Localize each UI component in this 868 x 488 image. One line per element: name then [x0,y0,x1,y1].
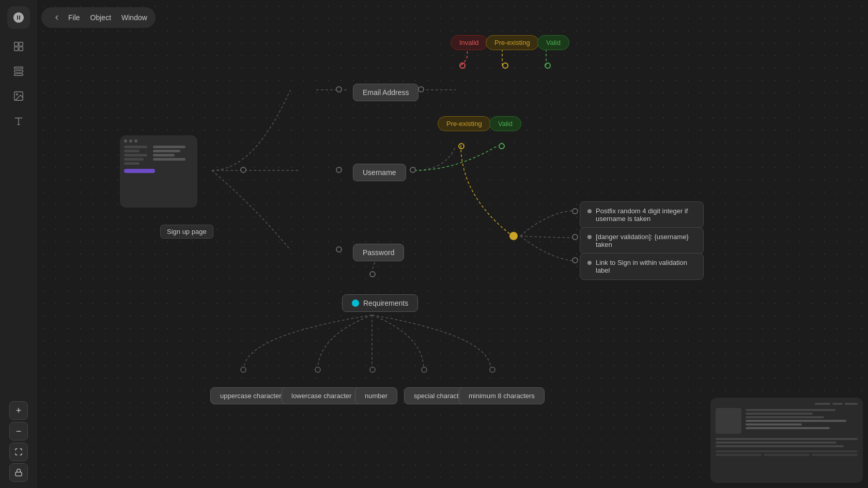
image-tool[interactable] [7,85,30,107]
connector-req-2 [315,367,321,373]
connector-dot-username-out [410,167,416,173]
connector-dot-email-in [336,86,342,92]
connector-dot-username-in [336,167,342,173]
connector-info-2 [572,234,578,240]
svg-rect-4 [14,67,23,69]
sidebar: + − [0,0,37,488]
text-tool[interactable] [7,109,30,132]
preexisting-email-badge[interactable]: Pre-existing [486,35,539,50]
bullet-icon [587,261,592,265]
window-menu[interactable]: Window [121,13,147,22]
lock-button[interactable] [9,463,28,482]
topbar-menu: File Object Window [68,13,147,22]
mockup-line [153,146,185,148]
valid-email-badge[interactable]: Valid [537,35,569,50]
link-signin-info-box[interactable]: Link to Sign in within validation label [580,253,704,280]
zoom-out-button[interactable]: − [9,422,28,440]
connector-info-3 [572,257,578,263]
object-menu[interactable]: Object [90,13,111,22]
requirements-node[interactable]: Requirements [342,294,418,312]
mockup-line [124,154,147,156]
junction-dot-preexisting-username [458,143,464,149]
svg-rect-0 [14,42,18,46]
signup-page-label[interactable]: Sign up page [160,225,213,239]
fit-screen-button[interactable] [9,443,28,461]
bullet-icon [587,209,592,213]
mockup-line [124,146,147,148]
connector-req-5 [489,367,495,373]
mockup-line [153,150,180,152]
mockup-button [124,169,155,173]
svg-point-8 [16,93,18,95]
file-menu[interactable]: File [68,13,80,22]
components-tool[interactable] [7,35,30,58]
topbar: File Object Window [41,7,156,28]
back-button[interactable] [50,10,64,25]
valid-username-badge[interactable]: Valid [489,116,521,131]
junction-dot-preexisting-email [502,62,508,69]
email-address-node[interactable]: Email Address [353,84,419,101]
mockup-line [124,158,144,161]
minimum-node[interactable]: minimum 8 characters [459,387,545,404]
svg-rect-1 [19,42,23,46]
connector-info-1 [572,208,578,214]
junction-dot-valid-email [545,62,551,69]
connector-dot-email-out [418,86,424,92]
username-node[interactable]: Username [353,164,406,181]
canvas[interactable]: Sign up page Email Address Invalid Pre-e… [37,0,868,488]
mockup-dot-3 [134,139,137,143]
invalid-badge[interactable]: Invalid [451,35,488,50]
mockup-line [124,162,140,165]
connector-req-4 [421,367,427,373]
junction-dot-valid-username [499,143,505,149]
svg-rect-9 [16,472,22,476]
signup-mockup [120,135,197,208]
preexisting-username-badge[interactable]: Pre-existing [438,116,491,131]
requirements-dot [352,300,359,307]
connector-req-3 [369,367,376,373]
connector-dot-password-in [336,246,342,253]
svg-rect-2 [14,47,18,51]
number-node[interactable]: number [355,387,397,404]
uppercase-node[interactable]: uppercase character [210,387,291,404]
mockup-line [124,150,140,152]
svg-rect-3 [19,47,23,51]
grid-tool[interactable] [7,60,30,83]
mockup-dot-1 [124,139,127,143]
app-logo[interactable] [7,6,30,29]
danger-info-box[interactable]: [danger validation]: {username} taken [580,227,704,254]
mockup-line [153,158,185,161]
junction-dot-username-taken [509,232,518,240]
bottom-right-mockup [710,398,863,483]
mockup-line [153,154,175,156]
zoom-in-button[interactable]: + [9,401,28,420]
svg-rect-6 [14,74,23,76]
mockup-dot-2 [129,139,132,143]
connector-req-1 [240,367,246,373]
connector-dot-password-bottom [369,271,376,277]
junction-dot-invalid [459,62,466,69]
bullet-icon [587,235,592,239]
lowercase-node[interactable]: lowercase character [282,387,361,404]
postfix-info-box[interactable]: Postfix random 4 digit integer if userna… [580,201,704,228]
connector-dot-left [240,167,246,173]
svg-rect-5 [14,70,23,72]
password-node[interactable]: Password [353,244,404,261]
